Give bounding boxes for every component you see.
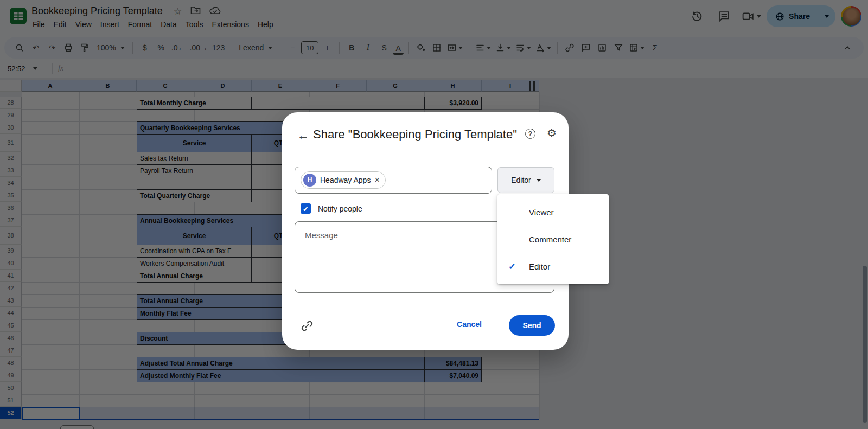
dialog-title: Share "Bookkeeping Pricing Template" xyxy=(313,126,519,143)
role-option-label: Viewer xyxy=(529,208,554,217)
help-icon[interactable]: ? xyxy=(525,129,535,139)
permission-menu: ViewerCommenter✓Editor xyxy=(497,194,609,284)
check-icon: ✓ xyxy=(508,261,516,272)
settings-gear-icon[interactable]: ⚙ xyxy=(547,126,557,139)
send-button[interactable]: Send xyxy=(509,315,555,336)
permission-value: Editor xyxy=(511,176,531,184)
permission-dropdown[interactable]: Editor xyxy=(497,167,554,193)
role-option-label: Commenter xyxy=(529,235,571,244)
notify-people-label: Notify people xyxy=(318,204,362,213)
copy-link-icon[interactable] xyxy=(301,319,314,335)
role-option-viewer[interactable]: Viewer xyxy=(497,199,609,226)
google-sheets-app: Bookkeeping Pricing Template ☆ FileEditV… xyxy=(0,0,868,429)
cancel-button[interactable]: Cancel xyxy=(457,320,482,329)
recipient-chip[interactable]: H Headway Apps × xyxy=(301,171,386,189)
recipients-input[interactable]: H Headway Apps × xyxy=(295,167,492,194)
role-option-commenter[interactable]: Commenter xyxy=(497,226,609,253)
recipient-name: Headway Apps xyxy=(320,176,371,184)
role-option-editor[interactable]: ✓Editor xyxy=(497,253,609,280)
recipient-avatar: H xyxy=(303,174,316,187)
remove-recipient-icon[interactable]: × xyxy=(374,175,379,185)
chevron-down-icon xyxy=(537,179,541,182)
role-option-label: Editor xyxy=(529,262,550,271)
notify-people-checkbox[interactable]: ✓ xyxy=(301,203,311,214)
back-icon[interactable]: ← xyxy=(297,129,309,143)
